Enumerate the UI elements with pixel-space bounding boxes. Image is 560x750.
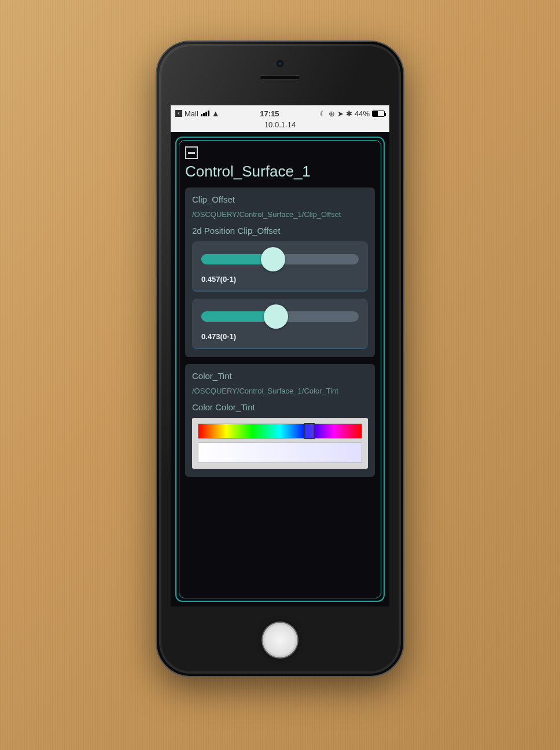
front-camera [277, 60, 283, 67]
orientation-lock-icon: ⊕ [329, 109, 335, 118]
power-button [403, 152, 404, 181]
volume-up-button [156, 175, 157, 204]
section-path: /OSCQUERY/Control_Surface_1/Clip_Offset [192, 210, 368, 219]
mute-switch [156, 146, 157, 163]
slider-y[interactable] [201, 311, 359, 322]
collapse-icon[interactable] [185, 146, 198, 159]
panel-inner-frame: Control_Surface_1 Clip_Offset /OSCQUERY/… [179, 140, 381, 598]
home-button[interactable] [261, 622, 299, 659]
status-bar: ‹ Mail ▲ 17:15 ☾ ⊕ ➤ ✱ 44% [171, 105, 389, 120]
section-clip-offset: Clip_Offset /OSCQUERY/Control_Surface_1/… [185, 188, 375, 357]
slider-card-y: 0.473(0-1) [192, 299, 368, 349]
screen: ‹ Mail ▲ 17:15 ☾ ⊕ ➤ ✱ 44% 10.0.1.14 [171, 105, 389, 606]
earpiece [260, 75, 300, 80]
section-name: Color_Tint [192, 371, 368, 381]
section-color-tint: Color_Tint /OSCQUERY/Control_Surface_1/C… [185, 364, 375, 477]
slider-thumb[interactable] [261, 247, 285, 271]
wifi-icon: ▲ [212, 109, 220, 118]
page-title: Control_Surface_1 [185, 163, 375, 181]
slider-x[interactable] [201, 254, 359, 264]
battery-pct: 44% [355, 109, 370, 118]
section-path: /OSCQUERY/Control_Surface_1/Color_Tint [192, 387, 368, 395]
address-bar[interactable]: 10.0.1.14 [171, 120, 389, 132]
satval-area[interactable] [198, 442, 362, 463]
app-root: Control_Surface_1 Clip_Offset /OSCQUERY/… [171, 132, 389, 606]
clock: 17:15 [260, 109, 279, 118]
volume-down-button [156, 215, 157, 244]
slider-card-x: 0.457(0-1) [192, 241, 368, 292]
bluetooth-icon: ✱ [346, 109, 352, 118]
back-to-app-label[interactable]: Mail [185, 109, 198, 118]
control-label: 2d Position Clip_Offset [192, 226, 368, 236]
slider-value: 0.457 [201, 275, 220, 284]
slider-readout-y: 0.473(0-1) [201, 332, 359, 341]
address-text: 10.0.1.14 [264, 120, 296, 129]
section-name: Clip_Offset [192, 194, 368, 204]
do-not-disturb-icon: ☾ [319, 109, 326, 118]
phone-chassis: ‹ Mail ▲ 17:15 ☾ ⊕ ➤ ✱ 44% 10.0.1.14 [156, 41, 404, 677]
slider-value: 0.473 [201, 332, 220, 341]
panel-outer-frame: Control_Surface_1 Clip_Offset /OSCQUERY/… [175, 137, 385, 602]
control-label: Color Color_Tint [192, 402, 368, 412]
slider-thumb[interactable] [264, 304, 288, 329]
slider-readout-x: 0.457(0-1) [201, 275, 359, 284]
color-picker[interactable] [192, 418, 368, 469]
back-to-app-icon[interactable]: ‹ [175, 110, 182, 117]
hue-cursor[interactable] [304, 423, 315, 439]
location-icon: ➤ [337, 109, 344, 118]
cellular-signal-icon [201, 111, 209, 116]
battery-icon [372, 111, 385, 117]
hue-strip[interactable] [198, 424, 362, 439]
